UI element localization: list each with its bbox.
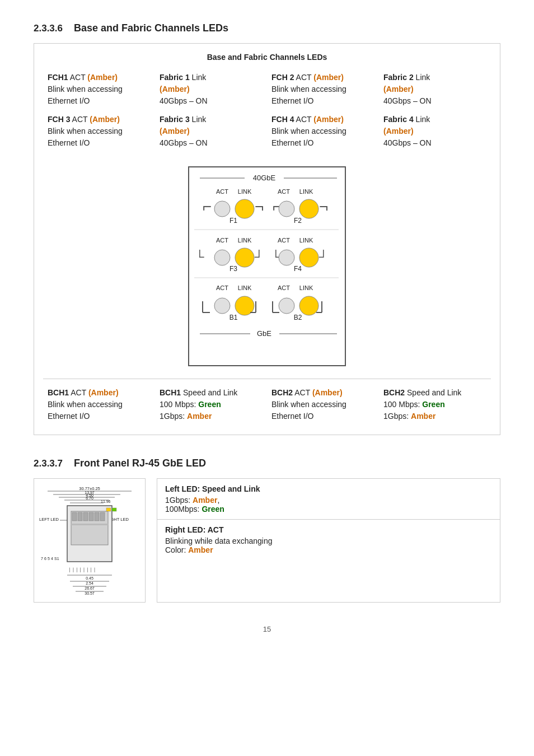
svg-text:F2: F2	[294, 217, 302, 225]
rj45-layout: 30.77±0.25 13.97 4.50 6.70 11.96 LEFT LE…	[34, 478, 500, 603]
svg-point-9	[214, 201, 230, 217]
svg-text:ACT: ACT	[216, 284, 228, 291]
svg-text:LINK: LINK	[238, 284, 252, 291]
svg-rect-74	[89, 512, 93, 521]
svg-text:LEFT LED: LEFT LED	[39, 517, 59, 522]
svg-text:6.70: 6.70	[86, 496, 93, 500]
svg-point-14	[279, 201, 294, 217]
bottom-led-grid: BCH1 ACT (Amber) Blink when accessingEth…	[43, 384, 491, 426]
svg-text:LINK: LINK	[299, 284, 313, 291]
svg-point-15	[299, 199, 318, 218]
svg-text:2.54: 2.54	[86, 581, 93, 585]
section-heading-336: Base and Fabric Channels LEDs	[74, 22, 228, 34]
svg-text:26.67: 26.67	[85, 586, 95, 590]
svg-text:B2: B2	[294, 314, 302, 321]
section-heading-337: Front Panel RJ-45 GbE LED	[74, 458, 206, 469]
svg-point-29	[279, 250, 294, 265]
svg-rect-72	[78, 512, 82, 521]
fabric3-cell: Fabric 3 Link (Amber) 40Gbps – ON	[155, 110, 267, 152]
section-337: 2.3.3.7 Front Panel RJ-45 GbE LED 30.77±…	[34, 458, 500, 603]
svg-text:ACT: ACT	[278, 188, 290, 195]
svg-rect-73	[83, 512, 88, 521]
left-led-section: Left LED: Speed and Link 1Gbps: Amber, 1…	[157, 479, 500, 520]
svg-rect-93	[112, 508, 116, 511]
bch1-act-cell: BCH1 ACT (Amber) Blink when accessingEth…	[43, 384, 155, 426]
section-number-336: 2.3.3.6	[34, 23, 63, 34]
rj45-diagram: 30.77±0.25 13.97 4.50 6.70 11.96 LEFT LE…	[34, 478, 146, 603]
svg-text:LINK: LINK	[299, 188, 313, 195]
led-table: Base and Fabric Channels LEDs FCH1 ACT (…	[34, 43, 500, 435]
fch3-cell: FCH 3 ACT (Amber) Blink when accessingEt…	[43, 110, 155, 152]
fch4-cell: FCH 4 ACT (Amber) Blink when accessingEt…	[267, 110, 379, 152]
svg-point-25	[235, 248, 254, 267]
left-led-100mbps: 100Mbps: Green	[165, 505, 492, 514]
svg-text:30.57: 30.57	[85, 591, 95, 595]
svg-text:ACT: ACT	[278, 284, 290, 291]
fabric1-cell: Fabric 1 Link (Amber) 40Gbps – ON	[155, 68, 267, 110]
bch2-act-cell: BCH2 ACT (Amber) Blink when accessingEth…	[267, 384, 379, 426]
section-number-337: 2.3.3.7	[34, 458, 63, 469]
svg-text:└: └	[195, 249, 204, 264]
bch2-speed-cell: BCH2 Speed and Link 100 Mbps: Green 1Gbp…	[379, 384, 491, 426]
left-led-title: Left LED: Speed and Link	[165, 484, 492, 493]
fabric2-cell: Fabric 2 Link (Amber) 40Gbps – ON	[379, 68, 491, 110]
svg-text:4: 4	[51, 557, 53, 561]
svg-point-10	[235, 199, 254, 218]
svg-text:⌐: ⌐	[203, 198, 212, 215]
right-led-title: Right LED: ACT	[165, 525, 492, 534]
svg-text:F1: F1	[229, 217, 237, 225]
right-led-sub: Blinking while data exchanging	[165, 536, 492, 545]
svg-point-30	[299, 248, 318, 267]
svg-text:ACT: ACT	[216, 237, 228, 244]
svg-text:F4: F4	[294, 265, 302, 273]
left-led-1gbps: 1Gbps: Amber,	[165, 496, 492, 505]
svg-text:F3: F3	[229, 265, 237, 273]
led-diagram: 40GbE ACT LINK ACT LINK ⌐ ¬ F1 ⌐	[43, 161, 491, 374]
svg-text:0.45: 0.45	[86, 576, 93, 580]
page-number: 15	[34, 625, 500, 633]
svg-point-40	[214, 298, 230, 314]
svg-rect-75	[95, 512, 99, 521]
svg-text:┘: ┘	[318, 249, 328, 264]
fch1-cell: FCH1 ACT (Amber) Blink when accessingEth…	[43, 68, 155, 110]
svg-text:¬: ¬	[255, 198, 264, 215]
fabric4-cell: Fabric 4 Link (Amber) 40Gbps – ON	[379, 110, 491, 152]
svg-text:ACT: ACT	[216, 188, 228, 195]
svg-rect-71	[72, 512, 77, 521]
svg-text:GbE: GbE	[257, 329, 271, 338]
svg-point-47	[279, 298, 294, 314]
svg-text:11.96: 11.96	[101, 500, 111, 503]
fch2-cell: FCH 2 ACT (Amber) Blink when accessingEt…	[267, 68, 379, 110]
svg-text:LINK: LINK	[299, 237, 313, 244]
bch1-speed-cell: BCH1 Speed and Link 100 Mbps: Green 1Gbp…	[155, 384, 267, 426]
svg-point-48	[299, 296, 318, 315]
svg-text:6: 6	[44, 557, 46, 561]
top-led-grid: FCH1 ACT (Amber) Blink when accessingEth…	[43, 68, 491, 152]
svg-text:┘: ┘	[254, 249, 264, 264]
svg-rect-92	[106, 508, 111, 511]
svg-text:¬: ¬	[319, 198, 328, 215]
svg-text:LINK: LINK	[238, 237, 252, 244]
svg-text:│ │ │ │ │ │ │ │: │ │ │ │ │ │ │ │	[69, 567, 96, 573]
svg-text:S1: S1	[54, 557, 59, 561]
section-336: 2.3.3.6 Base and Fabric Channels LEDs Ba…	[34, 22, 500, 435]
table-title: Base and Fabric Channels LEDs	[43, 53, 491, 62]
svg-text:40GbE: 40GbE	[253, 174, 276, 182]
right-led-color: Color: Amber	[165, 545, 492, 554]
svg-text:B1: B1	[229, 314, 238, 321]
right-led-section: Right LED: ACT Blinking while data excha…	[157, 520, 500, 560]
svg-text:LINK: LINK	[238, 188, 252, 195]
svg-text:7: 7	[41, 557, 43, 561]
svg-point-24	[214, 250, 230, 265]
svg-text:ACT: ACT	[278, 237, 290, 244]
svg-rect-77	[71, 524, 108, 525]
svg-rect-76	[100, 512, 105, 521]
rj45-info-panel: Left LED: Speed and Link 1Gbps: Amber, 1…	[157, 478, 500, 603]
svg-text:5: 5	[48, 557, 50, 561]
